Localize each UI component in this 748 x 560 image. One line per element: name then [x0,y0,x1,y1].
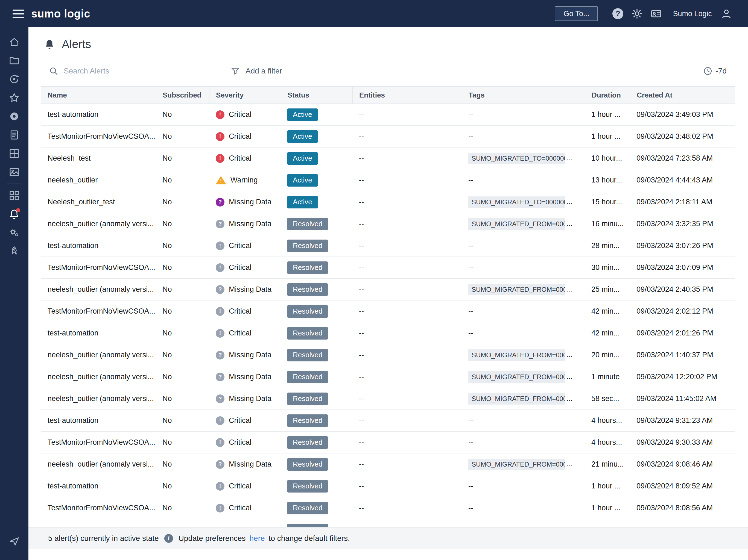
alert-severity: ! Critical [209,307,281,316]
severity-label: Critical [229,263,252,272]
alert-tags: -- [462,242,585,250]
severity-icon: ! [216,482,225,491]
account-card-icon[interactable] [650,8,662,19]
status-badge: Resolved [287,436,328,449]
search-input[interactable] [64,67,211,75]
table-row[interactable]: TestMonitorFromNoViewCSOA... No ! Critic… [41,497,735,519]
severity-label: Missing Data [229,460,272,468]
table-row[interactable]: neelesh_outlier (anomaly versi... No ? M… [41,366,735,388]
alert-created-at: 09/03/2024 2:18:11 AM [630,198,735,206]
alert-duration: 1 hour ... [585,482,630,490]
alert-severity: ! Critical [209,504,281,512]
severity-icon: ! [216,132,225,141]
alert-subscribed: No [156,307,209,316]
sidebar-item-home[interactable] [0,33,28,51]
alert-created-at: 09/03/2024 3:07:09 PM [630,263,735,272]
column-header-subscribed[interactable]: Subscribed [156,87,209,103]
table-row[interactable]: neelesh_outlier (anomaly versi... No ? M… [41,454,735,475]
table-row[interactable]: test-automation No ! Critical Resolved -… [41,410,735,432]
hamburger-menu-icon[interactable] [13,7,24,20]
alert-name[interactable]: test-automation [41,242,156,250]
table-row[interactable]: Resolved [41,519,735,528]
column-header-entities[interactable]: Entities [352,87,462,103]
status-footer: 5 alert(s) currently in active state i U… [28,527,748,549]
alert-name[interactable]: TestMonitorFromNoViewCSOA... [41,307,156,316]
sidebar-item-get-started[interactable] [0,242,28,261]
sidebar-item-metrics[interactable] [0,163,28,181]
alert-tags: -- [462,504,585,512]
table-row[interactable]: TestMonitorFromNoViewCSOA... No ! Critic… [41,300,735,322]
alert-name[interactable]: neelesh_outlier (anomaly versi... [41,351,156,359]
sidebar-item-apps[interactable] [0,186,28,205]
column-header-severity[interactable]: Severity [209,87,281,103]
table-row[interactable]: test-automation No ! Critical Active -- … [41,104,735,126]
column-header-name[interactable]: Name [41,87,156,103]
alert-name[interactable]: test-automation [41,416,156,425]
alert-name[interactable]: test-automation [41,111,156,119]
alert-name[interactable]: neelesh_outlier (anomaly versi... [41,373,156,381]
alert-name[interactable]: Neelesh_outlier_test [41,198,156,206]
column-header-tags[interactable]: Tags [462,87,585,103]
table-row[interactable]: test-automation No ! Critical Resolved -… [41,322,735,344]
alert-status: Resolved [281,262,352,274]
page-title: Alerts [62,38,91,51]
time-range-selector[interactable]: -7d [703,66,735,76]
tag-chip: SUMO_MIGRATED_FROM=00000 [468,459,565,470]
add-filter-button[interactable]: Add a filter [223,66,282,76]
alert-name[interactable]: TestMonitorFromNoViewCSOA... [41,438,156,447]
table-row[interactable]: TestMonitorFromNoViewCSOA... No ! Critic… [41,432,735,454]
sidebar-item-favorites[interactable] [0,89,28,107]
goto-button[interactable]: Go To... [555,6,598,21]
table-row[interactable]: test-automation No ! Critical Resolved -… [41,475,735,497]
table-row[interactable]: Neelesh_outlier_test No ? Missing Data A… [41,191,735,213]
alert-name[interactable]: test-automation [41,329,156,337]
status-badge: Resolved [287,371,328,383]
alert-tags: SUMO_MIGRATED_FROM=00000... [462,218,585,230]
alert-name[interactable]: neelesh_outlier [41,176,156,185]
alert-name[interactable]: neelesh_outlier (anomaly versi... [41,285,156,294]
table-row[interactable]: neelesh_outlier (anomaly versi... No ? M… [41,213,735,235]
sidebar-item-dashboards[interactable] [0,144,28,163]
sidebar-item-log-search[interactable] [0,70,28,89]
table-row[interactable]: TestMonitorFromNoViewCSOA... No ! Critic… [41,257,735,278]
account-name[interactable]: Sumo Logic [673,9,712,18]
table-row[interactable]: neelesh_outlier (anomaly versi... No ? M… [41,278,735,300]
alert-name[interactable]: test-automation [41,482,156,490]
alert-name[interactable]: Neelesh_test [41,154,156,163]
column-header-duration[interactable]: Duration [585,87,630,103]
alert-name[interactable]: TestMonitorFromNoViewCSOA... [41,504,156,512]
alert-name[interactable]: neelesh_outlier (anomaly versi... [41,394,156,403]
sidebar-item-library[interactable] [0,51,28,70]
table-row[interactable]: TestMonitorFromNoViewCSOA... No ! Critic… [41,126,735,147]
sidebar [0,27,28,560]
column-header-created-at[interactable]: Created At [630,87,735,103]
info-icon: i [164,534,173,543]
preferences-link[interactable]: here [250,534,265,543]
sidebar-item-logs[interactable] [0,126,28,144]
sidebar-item-alerts[interactable] [0,205,28,223]
table-row[interactable]: Neelesh_test No ! Critical Active -- SUM… [41,147,735,169]
severity-icon: ? [216,460,225,469]
alert-severity: ! Critical [209,482,281,491]
sidebar-item-automation[interactable] [0,223,28,242]
sidebar-item-traces[interactable] [0,107,28,126]
alert-entities: -- [352,242,462,250]
alert-name[interactable]: TestMonitorFromNoViewCSOA... [41,263,156,272]
alert-subscribed: No [156,285,209,294]
user-profile-icon[interactable] [721,8,732,19]
alert-name[interactable]: TestMonitorFromNoViewCSOA... [41,132,156,141]
severity-icon: ! [216,416,225,425]
column-header-status[interactable]: Status [281,87,352,103]
table-row[interactable]: neelesh_outlier (anomaly versi... No ? M… [41,388,735,410]
alert-subscribed: No [156,176,209,185]
help-icon[interactable]: ? [612,8,624,19]
sidebar-item-send-feedback[interactable] [0,532,28,551]
alert-duration: 16 minu... [585,220,630,228]
table-row[interactable]: neelesh_outlier (anomaly versi... No ? M… [41,344,735,366]
alert-name[interactable]: neelesh_outlier (anomaly versi... [41,220,156,228]
settings-gear-icon[interactable] [631,8,643,19]
alert-name[interactable]: neelesh_outlier (anomaly versi... [41,460,156,468]
metrics-image-icon [9,167,20,177]
table-row[interactable]: test-automation No ! Critical Resolved -… [41,235,735,257]
table-row[interactable]: neelesh_outlier No ! Warning Active -- -… [41,169,735,191]
